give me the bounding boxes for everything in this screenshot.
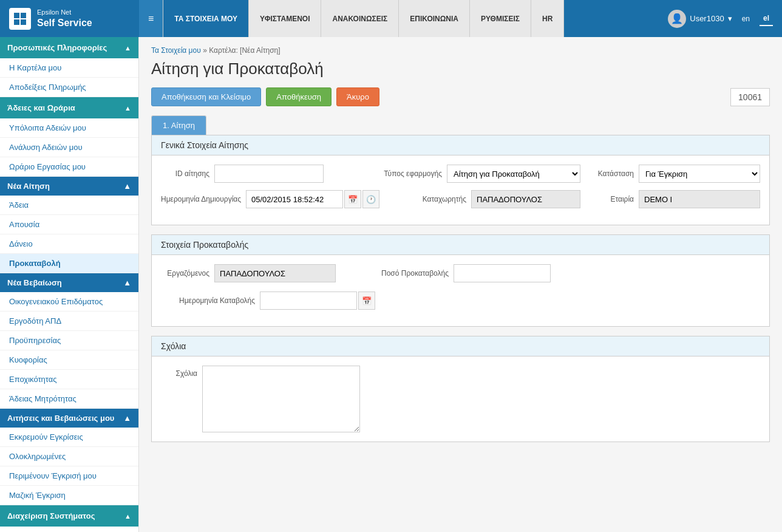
user-button[interactable]: 👤 User1030 ▾ [668,10,732,28]
general-section-body: ID αίτησης Τύπος εφαρμογής Αίτηση για Πρ… [152,155,769,225]
sidebar-item-my-card[interactable]: Η Καρτέλα μου [0,58,138,78]
amount-group: Ποσό Προκαταβολής [381,264,551,282]
comments-section-header: Σχόλια [152,336,769,356]
sidebar-section-new-request[interactable]: Νέα Αίτηση ▲ [0,177,138,196]
status-select[interactable]: Για Έγκριση [639,165,760,183]
sidebar-item-bulk-approval[interactable]: Μαζική Έγκριση [0,486,138,505]
sidebar-item-maternity[interactable]: Άδειας Μητρότητας [0,389,138,409]
cancel-button[interactable]: Άκυρο [336,87,379,106]
main-content: Τα Στοιχεία μου » Καρτέλα: [Νέα Αίτηση] … [139,37,782,532]
svg-rect-0 [14,13,19,18]
type-select[interactable]: Αίτηση για Προκαταβολή [447,165,580,183]
tab-request[interactable]: 1. Αίτηση [151,115,206,135]
svg-rect-3 [21,19,26,25]
type-label: Τύπος εφαρμογής [384,169,442,178]
nav-subordinates[interactable]: ΥΦΙΣΤΑΜΕΝΟΙ [249,0,321,37]
registered-label: Καταχωρητής [418,195,466,203]
sidebar-item-pregnancy[interactable]: Κυοφορίας [0,350,138,370]
employee-group: Εργαζόμενος [161,264,336,282]
header: Epsilon Net Self Service ≡ ΤΑ ΣΤΟΙΧΕΙΑ Μ… [0,0,782,37]
nav-my-details[interactable]: ΤΑ ΣΤΟΙΧΕΙΑ ΜΟΥ [163,0,249,37]
comments-textarea[interactable] [202,366,360,432]
user-name: User1030 [690,14,724,23]
nav-menu-icon[interactable]: ≡ [139,0,163,37]
general-section: Γενικά Στοιχεία Αίτησης ID αίτησης Τύπος… [151,135,770,225]
toolbar: Αποθήκευση και Κλείσιμο Αποθήκευση Άκυρο… [151,87,770,106]
sidebar-item-advance[interactable]: Προκαταβολή [0,254,138,273]
registered-input [471,190,580,208]
sidebar-section-personal-info[interactable]: Προσωπικές Πληροφορίες ▲ [0,37,138,58]
svg-rect-1 [21,13,26,18]
svg-rect-2 [14,19,19,25]
date-label: Ημερομηνία Δημιουργίας [161,195,241,203]
advance-date-input[interactable] [260,292,357,310]
sidebar-item-waiting-my-approval[interactable]: Περιμένουν Έγκρισή μου [0,466,138,486]
breadcrumb-home[interactable]: Τα Στοιχεία μου [151,46,201,55]
sidebar-section-my-requests[interactable]: Αιτήσεις και Βεβαιώσεις μου ▲ [0,409,138,428]
sidebar-item-employer-apd[interactable]: Εργοδότη ΑΠΔ [0,312,138,331]
sidebar-item-absence[interactable]: Απουσία [0,215,138,234]
sidebar-item-leave-balance[interactable]: Υπόλοιπα Αδειών μου [0,118,138,138]
sidebar-item-seasonal[interactable]: Εποχικότητας [0,370,138,389]
sidebar-section-new-certification[interactable]: Νέα Βεβαίωση ▲ [0,273,138,292]
general-row-2: Ημερομηνία Δημιουργίας 📅 🕐 Καταχωρητής Ε… [161,190,760,208]
sidebar-item-leave-analysis[interactable]: Ανάλυση Αδειών μου [0,138,138,157]
nav-hr[interactable]: HR [531,0,564,37]
clock-icon[interactable]: 🕐 [362,190,379,208]
comments-label: Σχόλια [161,366,197,378]
id-label: ID αίτησης [161,169,209,178]
comments-row: Σχόλια [161,366,760,432]
status-select-wrapper: Για Έγκριση [639,165,760,183]
sidebar-item-payment-receipts[interactable]: Αποδείξεις Πληρωμής [0,78,138,97]
user-avatar: 👤 [668,10,686,28]
id-input[interactable] [214,165,324,183]
layout: Προσωπικές Πληροφορίες ▲ Η Καρτέλα μου Α… [0,37,782,532]
nav-announcements[interactable]: ΑΝΑΚΟΙΝΩΣΕΙΣ [321,0,399,37]
advance-section-body: Εργαζόμενος Ποσό Προκαταβολής Ημερομηνία… [152,255,769,326]
lang-el[interactable]: el [760,12,773,26]
advance-section-header: Στοιχεία Προκαταβολής [152,235,769,255]
sidebar: Προσωπικές Πληροφορίες ▲ Η Καρτέλα μου Α… [0,37,139,532]
id-group: ID αίτησης [161,165,324,183]
advance-calendar-icon[interactable]: 📅 [358,292,375,310]
employee-input [214,264,336,282]
status-label: Κατάσταση [585,169,634,178]
logo-icon [9,8,31,30]
company-label: Εταιρία [585,195,634,203]
nav-contact[interactable]: ΕΠΙΚΟΙΝΩΝΙΑ [399,0,470,37]
nav-right: 👤 User1030 ▾ en el [659,10,782,28]
type-group: Τύπος εφαρμογής Αίτηση για Προκαταβολή Κ… [384,165,760,183]
chevron-up-icon-2: ▲ [124,104,131,112]
advance-section: Στοιχεία Προκαταβολής Εργαζόμενος Ποσό Π… [151,234,770,327]
sidebar-section-leaves[interactable]: Άδειες και Ωράρια ▲ [0,97,138,118]
advance-row-1: Εργαζόμενος Ποσό Προκαταβολής Ημερομηνία… [161,264,760,310]
save-button[interactable]: Αποθήκευση [266,87,332,106]
company-input [639,190,760,208]
sidebar-item-work-schedule[interactable]: Ωράριο Εργασίας μου [0,157,138,177]
sidebar-item-loan[interactable]: Δάνειο [0,234,138,254]
save-close-button[interactable]: Αποθήκευση και Κλείσιμο [151,87,261,106]
logo-area: Epsilon Net Self Service [0,8,139,30]
advance-date-wrapper: 📅 [260,292,375,310]
chevron-up-icon-6: ▲ [124,513,131,520]
chevron-up-icon-4: ▲ [123,278,131,287]
record-id: 10061 [730,88,770,106]
comments-section-body: Σχόλια [152,356,769,442]
sidebar-item-leave[interactable]: Άδεια [0,196,138,215]
date-input[interactable] [246,190,343,208]
employee-label: Εργαζόμενος [161,269,209,278]
sidebar-item-completed[interactable]: Ολοκληρωμένες [0,447,138,466]
chevron-up-icon-5: ▲ [123,414,131,423]
chevron-up-icon: ▲ [124,44,131,52]
sidebar-section-system-management[interactable]: Διαχείριση Συστήματος ▲ [0,505,138,527]
amount-input[interactable] [454,264,551,282]
date-group: Ημερομηνία Δημιουργίας 📅 🕐 [161,190,379,208]
calendar-icon[interactable]: 📅 [344,190,361,208]
chevron-up-icon-3: ▲ [123,182,131,191]
sidebar-item-pending-approvals[interactable]: Εκκρεμούν Εγκρίσεις [0,428,138,447]
sidebar-item-family-benefit[interactable]: Οικογενειακού Επιδόματος [0,292,138,312]
nav-settings[interactable]: ΡΥΘΜΙΣΕΙΣ [470,0,531,37]
sidebar-item-prior-service[interactable]: Προϋπηρεσίας [0,331,138,350]
breadcrumb: Τα Στοιχεία μου » Καρτέλα: [Νέα Αίτηση] [151,46,770,55]
lang-en[interactable]: en [738,12,753,26]
